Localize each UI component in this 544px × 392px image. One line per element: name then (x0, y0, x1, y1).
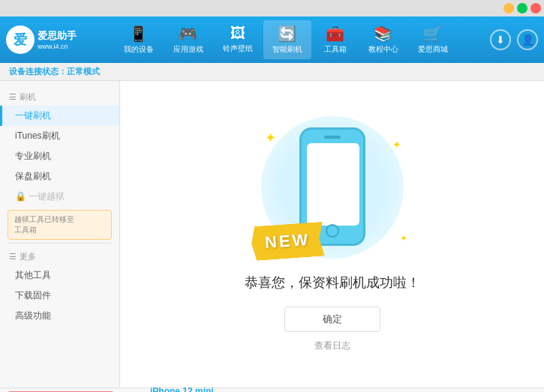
nav-smart-flash-label: 智能刷机 (272, 44, 302, 55)
nav-my-device[interactable]: 📱 我的设备 (115, 20, 163, 59)
close-btn[interactable] (530, 3, 541, 13)
phone-screen (307, 143, 359, 226)
title-bar (0, 0, 544, 16)
sidebar-divider (8, 243, 112, 244)
game-icon: 🎮 (179, 25, 197, 43)
sidebar-item-download-firmware[interactable]: 下载固件 (0, 286, 119, 306)
maximize-btn[interactable] (517, 3, 527, 13)
sidebar-item-pro-flash[interactable]: 专业刷机 (0, 146, 119, 166)
status-prefix: 设备连接状态： (9, 67, 67, 76)
sidebar-item-jailbreak: 🔒 一键越狱 (0, 187, 119, 207)
logo-area: 爱 爱思助手 www.i4.cn (6, 25, 81, 54)
bottom-bar: 自动激活 跳过向导 📱 iPhone 12 mini 64GB Down-12m… (0, 388, 544, 392)
sidebar-section-more: ☰ 更多 (0, 247, 119, 265)
content-area: NEW ✦ ✦ ✦ 恭喜您，保资料刷机成功啦！ 确定 查看日志 (120, 81, 544, 388)
logo-icon: 爱 (6, 25, 35, 54)
nav-toolbox[interactable]: 🧰 工具箱 (313, 20, 358, 59)
header: 爱 爱思助手 www.i4.cn 📱 我的设备 🎮 应用游戏 🖼 铃声壁纸 🔄 … (0, 16, 544, 63)
view-log-link[interactable]: 查看日志 (314, 340, 350, 352)
nav-toolbox-label: 工具箱 (324, 44, 347, 55)
status-value: 正常模式 (67, 67, 100, 76)
nav-apps-label: 应用游戏 (173, 44, 203, 55)
sidebar-item-save-flash[interactable]: 保盘刷机 (0, 166, 119, 187)
nav-tutorials-label: 教程中心 (368, 44, 398, 55)
logo-main-text: 爱思助手 (38, 29, 77, 43)
flash-icon: 🔄 (278, 25, 296, 43)
nav-tutorials[interactable]: 📚 教程中心 (359, 20, 407, 59)
nav-smart-flash[interactable]: 🔄 智能刷机 (263, 20, 311, 59)
nav-apps[interactable]: 🎮 应用游戏 (164, 20, 212, 59)
download-button[interactable]: ⬇ (490, 29, 511, 50)
store-icon: 🛒 (423, 25, 442, 43)
wallpaper-icon: 🖼 (230, 25, 245, 42)
device-name: iPhone 12 mini (150, 386, 214, 393)
sidebar-section-flash: ☰ 刷机 (0, 87, 119, 106)
sidebar-jailbreak-notice: 越狱工具已转移至工具箱 (8, 210, 112, 240)
phone-speaker (324, 136, 341, 139)
logo-sub-text: www.i4.cn (38, 43, 77, 50)
sparkle-top-right: ✦ (392, 139, 401, 151)
device-info-area: 📱 iPhone 12 mini 64GB Down-12mini-13,1 (125, 386, 214, 393)
sparkle-bottom-right: ✦ (400, 233, 407, 244)
success-illustration: NEW ✦ ✦ ✦ (250, 116, 415, 274)
sidebar-item-one-click-flash[interactable]: 一键刷机 (0, 106, 119, 126)
device-status-bar: 设备连接状态：正常模式 (0, 63, 544, 81)
sparkle-top-left: ✦ (265, 130, 276, 146)
sidebar-item-itunes-flash[interactable]: iTunes刷机 (0, 126, 119, 146)
new-ribbon: NEW (250, 222, 324, 262)
account-button[interactable]: 👤 (517, 29, 538, 50)
phone-icon: 📱 (129, 25, 148, 43)
minimize-btn[interactable] (503, 3, 514, 13)
nav-store[interactable]: 🛒 爱思商城 (409, 20, 457, 59)
success-message: 恭喜您，保资料刷机成功啦！ (245, 274, 420, 292)
phone-home-btn (326, 224, 339, 238)
device-info: iPhone 12 mini 64GB Down-12mini-13,1 (150, 386, 214, 393)
nav-bar: 📱 我的设备 🎮 应用游戏 🖼 铃声壁纸 🔄 智能刷机 🧰 工具箱 📚 教程中心… (81, 20, 490, 59)
book-icon: 📚 (374, 25, 392, 43)
nav-store-label: 爱思商城 (418, 44, 448, 55)
more-section-icon: ☰ (9, 252, 17, 262)
confirm-button[interactable]: 确定 (284, 307, 380, 332)
main-layout: ☰ 刷机 一键刷机 iTunes刷机 专业刷机 保盘刷机 🔒 一键越狱 越狱工具… (0, 81, 544, 388)
sidebar: ☰ 刷机 一键刷机 iTunes刷机 专业刷机 保盘刷机 🔒 一键越狱 越狱工具… (0, 81, 120, 388)
toolbox-icon: 🧰 (326, 25, 344, 43)
nav-my-device-label: 我的设备 (124, 44, 154, 55)
nav-wallpaper-label: 铃声壁纸 (223, 43, 253, 54)
bottom-left-area: 自动激活 跳过向导 📱 iPhone 12 mini 64GB Down-12m… (8, 386, 214, 393)
sidebar-item-advanced[interactable]: 高级功能 (0, 306, 119, 326)
sidebar-item-other-tools[interactable]: 其他工具 (0, 265, 119, 286)
nav-wallpaper[interactable]: 🖼 铃声壁纸 (214, 20, 262, 59)
header-right-actions: ⬇ 👤 (490, 29, 538, 50)
flash-section-icon: ☰ (9, 92, 17, 102)
